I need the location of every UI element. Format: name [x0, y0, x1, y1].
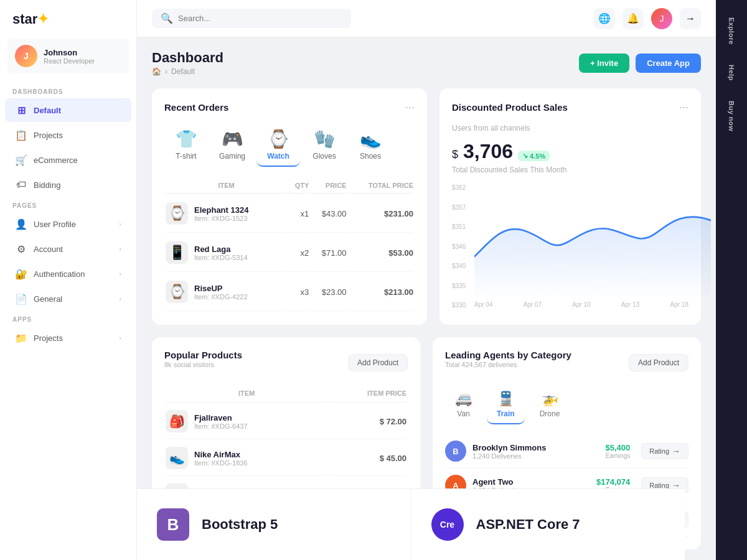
trend-icon: ↘ — [522, 152, 528, 160]
train-icon: 🚆 — [497, 391, 514, 407]
explore-button[interactable]: Explore — [723, 10, 740, 52]
projects-icon: 📋 — [15, 129, 27, 141]
tab-drone[interactable]: 🚁 Drone — [530, 386, 570, 424]
sidebar-item-ecommerce[interactable]: 🛒 eCommerce — [5, 148, 131, 172]
tab-label: Watch — [267, 152, 289, 161]
sidebar-item-projects-app[interactable]: 📁 Projects › — [5, 326, 131, 350]
agent-tabs: 🚐 Van 🚆 Train 🚁 Drone — [445, 386, 688, 424]
table-row: 🎒 Fjallraven Item: #XDG-6437 $ 72.00 — [166, 404, 406, 439]
bootstrap-title: Bootstrap 5 — [202, 516, 278, 533]
user-profile-card[interactable]: J Johnson React Developer — [7, 39, 129, 73]
tab-label: Gaming — [219, 152, 245, 161]
sidebar-item-label: Default — [34, 106, 61, 115]
section-label-pages: PAGES — [0, 197, 136, 212]
agent-row: B Brooklyn Simmons 1,240 Deliveries $5,4… — [445, 434, 688, 469]
sidebar-item-user-profile[interactable]: 👤 User Profile › — [5, 212, 131, 236]
search-bar[interactable]: 🔍 — [152, 9, 351, 28]
sidebar-item-label: eCommerce — [34, 156, 78, 165]
tab-gaming[interactable]: 🎮 Gaming — [210, 124, 254, 167]
tab-label: Train — [497, 409, 515, 418]
page-header: Dashboard 🏠 › Default + Invite Create Ap… — [152, 50, 701, 76]
sidebar-item-account[interactable]: ⚙ Account › — [5, 237, 131, 261]
tab-van[interactable]: 🚐 Van — [445, 386, 482, 424]
tab-tshirt[interactable]: 👕 T-shirt — [164, 124, 208, 167]
tab-watch[interactable]: ⌚ Watch — [256, 124, 300, 167]
overlay-bar: B Bootstrap 5 Cre ASP.NET Core 7 — [137, 488, 685, 560]
tab-label: Drone — [540, 409, 560, 418]
breadcrumb: 🏠 › Default — [152, 67, 223, 76]
arrow-icon[interactable]: → — [680, 8, 701, 29]
agent-avatar: B — [445, 441, 466, 462]
category-tabs: 👕 T-shirt 🎮 Gaming ⌚ Watch 🧤 Gloves — [164, 124, 415, 167]
chevron-icon: › — [119, 220, 121, 228]
sidebar-item-general[interactable]: 📄 General › — [5, 287, 131, 310]
bootstrap-badge: B — [157, 508, 189, 541]
page-title: Dashboard — [152, 50, 223, 66]
card-title-block: Leading Agents by Category Total 424,567… — [445, 350, 571, 376]
dollar-sign: $ — [452, 148, 458, 161]
create-app-button[interactable]: Create App — [636, 54, 701, 73]
van-icon: 🚐 — [455, 391, 472, 407]
tab-label: Van — [457, 409, 469, 418]
content-area: Dashboard 🏠 › Default + Invite Create Ap… — [137, 37, 716, 560]
chevron-icon: › — [119, 245, 121, 253]
card-title: Recent Orders — [164, 102, 228, 113]
invite-button[interactable]: + Invite — [579, 54, 629, 73]
tab-shoes[interactable]: 👟 Shoes — [349, 124, 392, 167]
dashboard-grid: Recent Orders ··· 👕 T-shirt 🎮 Gaming ⌚ W… — [152, 88, 701, 325]
add-product-button[interactable]: Add Product — [348, 354, 408, 371]
agents-subtitle: Total 424,567 deliveries — [445, 361, 571, 368]
sales-subtitle: Users from all channels — [452, 124, 688, 133]
watch-icon: ⌚ — [268, 129, 289, 149]
card-header: Popular Products 8k social visitors Add … — [164, 350, 408, 376]
recent-orders-card: Recent Orders ··· 👕 T-shirt 🎮 Gaming ⌚ W… — [152, 88, 427, 325]
col-total: TOTAL PRICE — [347, 178, 413, 194]
card-menu-icon[interactable]: ··· — [679, 101, 688, 114]
asp-badge: Cre — [431, 508, 464, 541]
sidebar-item-label: Projects — [34, 334, 63, 343]
sidebar-item-bidding[interactable]: 🏷 Bidding — [5, 173, 131, 197]
chart-area: $362 $357 $351 $346 $340 $335 $330 — [452, 184, 688, 309]
sidebar-item-authentication[interactable]: 🔐 Authentication › — [5, 262, 131, 286]
sidebar-item-label: General — [34, 294, 62, 304]
col-qty: QTY — [288, 178, 309, 194]
table-row: ⌚ Elephant 1324 Item: #XDG-1523 x1 $43.0… — [166, 195, 413, 233]
home-icon: 🏠 — [152, 67, 161, 76]
header-actions: + Invite Create App — [579, 54, 701, 73]
notifications-icon[interactable]: 🌐 — [594, 8, 615, 29]
sidebar-item-label: Projects — [34, 131, 63, 140]
tab-label: Shoes — [360, 152, 381, 161]
bidding-icon: 🏷 — [15, 179, 27, 191]
gaming-icon: 🎮 — [222, 129, 243, 149]
user-icon: 👤 — [15, 218, 27, 230]
card-menu-icon[interactable]: ··· — [405, 101, 415, 114]
help-button[interactable]: Help — [723, 57, 740, 88]
bell-icon[interactable]: 🔔 — [622, 8, 644, 29]
sidebar-item-projects[interactable]: 📋 Projects — [5, 123, 131, 147]
gloves-icon: 🧤 — [314, 129, 336, 149]
popular-title: Popular Products — [164, 350, 242, 360]
topbar-avatar[interactable]: J — [651, 8, 672, 29]
chevron-icon: › — [119, 334, 121, 342]
tab-label: T-shirt — [176, 152, 196, 161]
agents-add-button[interactable]: Add Product — [629, 354, 688, 371]
doc-icon: 📄 — [15, 292, 27, 305]
tab-label: Gloves — [312, 152, 336, 161]
sidebar-item-label: Authentication — [34, 269, 85, 279]
card-header: Recent Orders ··· — [164, 101, 415, 114]
search-input[interactable] — [178, 14, 342, 23]
tshirt-icon: 👕 — [176, 129, 197, 149]
rating-button[interactable]: Rating → — [641, 443, 688, 459]
chart-svg — [474, 184, 711, 296]
sales-card: Discounted Product Sales ··· Users from … — [439, 88, 701, 325]
sidebar-item-label: Account — [34, 245, 63, 254]
sidebar: star✦ J Johnson React Developer DASHBOAR… — [0, 0, 137, 560]
popular-subtitle: 8k social visitors — [164, 361, 242, 368]
tab-gloves[interactable]: 🧤 Gloves — [303, 124, 346, 167]
section-label-apps: APPS — [0, 311, 136, 325]
col-price: ITEM PRICE — [329, 387, 406, 403]
buy-now-button[interactable]: Buy now — [723, 93, 740, 139]
asp-title: ASP.NET Core 7 — [476, 516, 580, 533]
tab-train[interactable]: 🚆 Train — [487, 386, 525, 424]
sidebar-item-default[interactable]: ⊞ Default — [5, 98, 131, 122]
